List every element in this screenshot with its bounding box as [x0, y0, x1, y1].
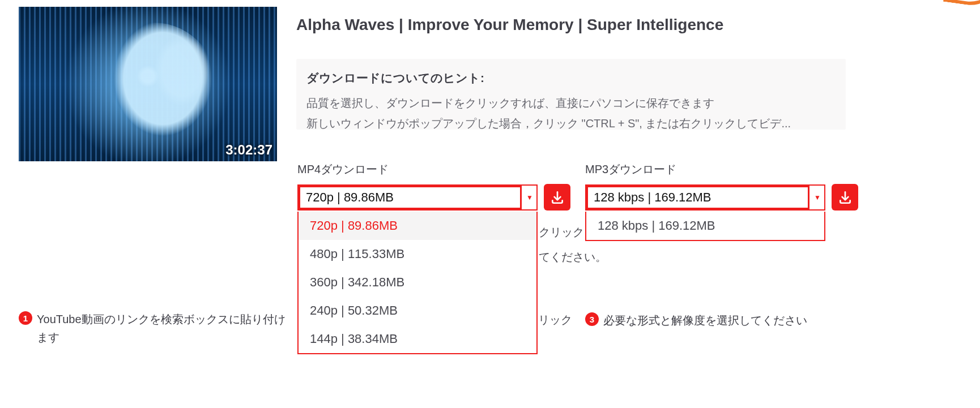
decorative-arc [943, 0, 980, 10]
mp3-download-label: MP3ダウンロード [585, 162, 676, 177]
download-icon [550, 190, 565, 205]
hint-title: ダウンロードについてのヒント: [306, 70, 836, 86]
steps-row: 1 YouTube動画のリンクを検索ボックスに貼り付けます [19, 310, 957, 346]
obscured-text-b: てください。 [539, 250, 607, 265]
mp4-quality-select[interactable]: 720p | 89.86MB ▼ [297, 184, 538, 211]
hint-line-2: 新しいウィンドウがポップアップした場合，クリック "CTRL + S", または… [306, 113, 836, 134]
mp3-quality-select[interactable]: 128 kbps | 169.12MB ▼ [585, 184, 825, 211]
video-duration: 3:02:37 [225, 142, 272, 158]
video-thumbnail[interactable]: 3:02:37 [19, 7, 277, 161]
download-icon [838, 190, 853, 205]
mp4-download-button[interactable] [544, 184, 570, 211]
mp3-selected-value: 128 kbps | 169.12MB [586, 186, 809, 209]
mp4-selected-value: 720p | 89.86MB [299, 186, 522, 209]
step-3-badge: 3 [585, 312, 599, 326]
chevron-down-icon[interactable]: ▼ [523, 186, 536, 209]
mp4-option-360p[interactable]: 360p | 342.18MB [299, 268, 536, 297]
download-hint-box: ダウンロードについてのヒント: 品質を選択し、ダウンロードをクリックすれば、直接… [296, 59, 846, 130]
hint-line-1: 品質を選択し、ダウンロードをクリックすれば、直接にパソコンに保存できます [306, 93, 836, 113]
chevron-down-icon[interactable]: ▼ [811, 186, 824, 209]
mp3-download-button[interactable] [832, 184, 858, 211]
step-3-text: 必要な形式と解像度を選択してください [603, 311, 807, 329]
step-2-partial-text: リック [538, 312, 572, 328]
obscured-text-a: クリック [539, 225, 584, 240]
mp4-option-480p[interactable]: 480p | 115.33MB [299, 240, 536, 268]
step-1-text: YouTube動画のリンクを検索ボックスに貼り付けます [37, 310, 291, 346]
mp3-dropdown-list: 128 kbps | 169.12MB [585, 212, 825, 241]
mp4-option-720p[interactable]: 720p | 89.86MB [299, 212, 536, 240]
mp3-option-128kbps[interactable]: 128 kbps | 169.12MB [586, 212, 824, 240]
video-title: Alpha Waves | Improve Your Memory | Supe… [296, 16, 723, 34]
step-1: 1 YouTube動画のリンクを検索ボックスに貼り付けます [19, 310, 291, 346]
step-3: 3 必要な形式と解像度を選択してください [585, 311, 807, 329]
step-1-badge: 1 [19, 311, 32, 325]
mp4-download-label: MP4ダウンロード [297, 162, 389, 177]
